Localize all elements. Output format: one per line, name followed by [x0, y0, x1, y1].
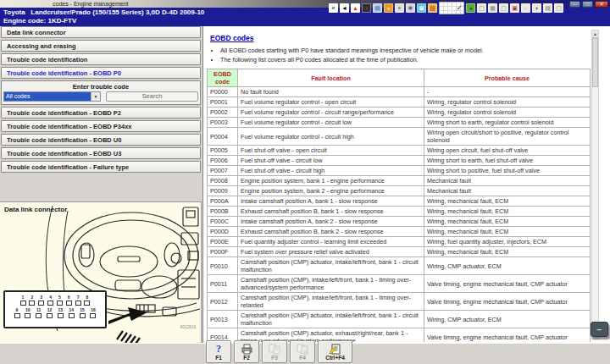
search-button[interactable]: Search — [106, 91, 198, 102]
diagnostics-icon[interactable]: ▣ — [417, 3, 426, 13]
scroll-up-arrow-icon[interactable]: ▲ — [592, 30, 598, 38]
column-header-fault-location: Fault location — [238, 69, 424, 87]
maximize-button[interactable]: □ — [582, 1, 593, 8]
bottom-function-bar: ?F1F2F3F4Ctrl+F4 — [0, 343, 610, 364]
fault-location-cell: Camshaft position (CMP), intake/left/fro… — [238, 275, 424, 293]
window-icon-1[interactable]: ▢ — [477, 3, 486, 13]
column-header-probable-cause: Probable cause — [424, 69, 591, 87]
warning-icon[interactable]: ▲ — [351, 3, 360, 13]
window-icon-8[interactable]: ▢ — [554, 3, 563, 13]
window-icon-6[interactable]: ♦ — [532, 3, 541, 13]
engine-code: Engine code: 1KD-FTV — [3, 17, 76, 25]
code-cell: P0011 — [208, 275, 238, 293]
code-cell: P0005 — [208, 146, 238, 156]
globe-icon[interactable]: ● — [384, 3, 393, 13]
service-schedule-icon[interactable]: ▤ — [373, 3, 382, 13]
fault-location-cell: Engine position system, bank 2 - engine … — [238, 186, 424, 196]
page-title: EOBD codes — [210, 34, 254, 42]
vertical-scrollbar[interactable]: ▲ — [591, 30, 599, 339]
fault-location-cell: No fault found — [238, 87, 424, 97]
fault-location-cell: Intake camshaft position A, bank 2 - slo… — [238, 217, 424, 227]
sidebar-item[interactable]: Trouble code identification - EOBD U0 — [1, 134, 201, 146]
connector-pin: 14 — [67, 307, 75, 318]
probable-cause-cell: Wiring, fuel quantity adjuster, injector… — [424, 237, 591, 247]
back-icon[interactable]: ◄ — [340, 3, 349, 13]
probable-cause-cell: - — [424, 87, 591, 97]
fault-location-cell: Camshaft position (CMP), intake/left/fro… — [238, 293, 424, 311]
sidebar-item[interactable]: Accessing and erasing — [1, 40, 201, 52]
fault-location-cell: Intake camshaft position A, bank 1 - slo… — [238, 196, 424, 207]
code-cell: P000A — [208, 196, 238, 207]
connector-pin: 2 — [28, 295, 36, 306]
spanner-icon[interactable]: ✦ — [395, 3, 404, 13]
table-row: P000EFuel quantity adjuster control - le… — [208, 237, 591, 247]
window-icon-4[interactable]: ▣ — [510, 3, 519, 13]
connector-pin: 16 — [89, 307, 97, 318]
table-row: P000FFuel system over pressure relief va… — [208, 247, 591, 257]
probable-cause-cell: Wiring, CMP actuator, ECM — [424, 311, 591, 328]
code-cell: P0007 — [208, 166, 238, 176]
connector-pin: 4 — [47, 295, 55, 306]
fault-location-cell: Fuel shut-off valve - circuit low — [238, 156, 424, 166]
table-row: P0002Fuel volume regulator control - cir… — [208, 108, 591, 118]
sidebar-item[interactable]: Trouble code identification - EOBD P34xx — [1, 120, 201, 132]
chart-icon[interactable]: ▨ — [428, 3, 437, 13]
connector-pin: 6 — [64, 295, 73, 306]
first-page-icon[interactable]: « — [329, 3, 338, 13]
grid-flyout-panel[interactable] — [439, 2, 464, 14]
app-window: codes - Engine management Toyota Landcru… — [0, 0, 610, 364]
content-panel: EOBD codes All EOBD codes starting with … — [202, 26, 610, 343]
probable-cause-cell: Wiring short to earth, fuel shut-off val… — [424, 156, 591, 166]
ctrl-f4-notepad-button[interactable]: Ctrl+F4 — [318, 340, 352, 363]
f1-help-button[interactable]: ?F1 — [206, 340, 231, 363]
fault-location-cell: Fuel volume regulator control - circuit … — [238, 118, 424, 128]
connector-pin: 5 — [55, 295, 64, 306]
function-key-label: F3 — [271, 355, 278, 361]
minimize-button[interactable]: — — [569, 1, 580, 8]
connector-pin: 9 — [13, 307, 21, 318]
window-controls: —□✕ — [569, 1, 608, 8]
trouble-code-dropdown[interactable]: All codes ▼ — [3, 91, 101, 102]
close-button[interactable]: ✕ — [595, 1, 608, 8]
scrollbar-thumb[interactable] — [592, 38, 598, 87]
sidebar-item[interactable]: Data link connector — [1, 26, 201, 38]
code-cell: P000C — [208, 217, 238, 227]
sidebar-item[interactable]: Trouble code identification - EOBD U3 — [1, 147, 201, 159]
eobd-codes-table-wrap: EOBD code Fault location Probable cause … — [207, 69, 591, 342]
probable-cause-cell: Wiring short to positive, fuel shut-off … — [424, 166, 591, 176]
sidebar-item[interactable]: Trouble code identification - EOBD P0 — [1, 67, 201, 79]
code-cell: P0002 — [208, 108, 238, 118]
code-cell: P0009 — [208, 186, 238, 196]
code-cell: P0004 — [208, 128, 238, 146]
fault-location-cell: Fuel system over pressure relief valve a… — [238, 247, 424, 257]
window-icon-7[interactable]: ▤ — [543, 3, 552, 13]
gear-icon[interactable]: ✱ — [406, 3, 415, 13]
search-section-label: Enter trouble code — [3, 82, 198, 91]
window-icon-2[interactable]: ▦ — [488, 3, 497, 13]
data-link-connector-diagram: Data link connector — [0, 201, 202, 364]
connector-pin: 7 — [74, 295, 82, 306]
table-row: P0011Camshaft position (CMP), intake/lef… — [208, 275, 591, 293]
sidebar-item[interactable]: Trouble code identification - Failure ty… — [1, 161, 201, 173]
manual-icon[interactable]: ▪ — [362, 3, 371, 13]
help-icon: ? — [216, 343, 221, 355]
column-header-eobd-code: EOBD code — [208, 69, 238, 87]
diagram-title: Data link connector — [4, 206, 67, 213]
fault-location-cell: Fuel volume regulator control - open cir… — [238, 97, 424, 108]
window-icon-5[interactable]: ▫ — [521, 3, 530, 13]
f2-printer-button[interactable]: F2 — [234, 340, 259, 363]
table-row: P0001Fuel volume regulator control - ope… — [208, 97, 591, 108]
sidebar-item[interactable]: Trouble code identification - EOBD P2 — [1, 107, 201, 119]
sidebar-item[interactable]: Trouble code identification — [1, 53, 201, 65]
green-module-icon[interactable]: ● — [466, 3, 475, 13]
function-key-label: F4 — [299, 355, 306, 361]
fault-location-cell: Fuel shut-off valve - circuit high — [238, 166, 424, 176]
intro-bullet: All EOBD codes starting with P0 have sta… — [220, 47, 585, 54]
window-icon-3[interactable]: ▢ — [499, 3, 508, 13]
obd-connector-pinout: 12345678 910111213141516 — [3, 290, 107, 328]
code-cell: P000D — [208, 227, 238, 237]
code-cell: P000B — [208, 207, 238, 217]
dropdown-arrow-icon[interactable]: ▼ — [91, 92, 100, 101]
collapse-panel-button[interactable]: − — [591, 322, 608, 337]
fault-location-cell: Fuel volume regulator control - circuit … — [238, 128, 424, 146]
